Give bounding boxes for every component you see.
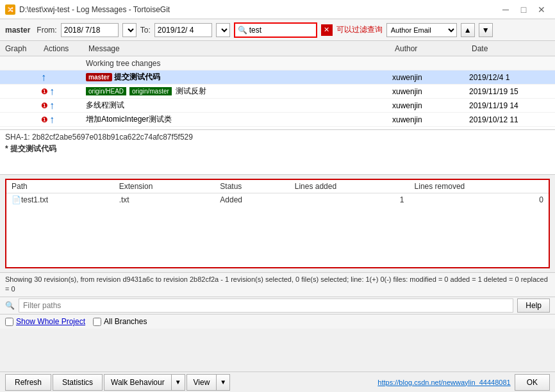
minimize-button[interactable]: ─: [497, 3, 514, 17]
from-label: From:: [37, 26, 56, 35]
filter-paths-row: 🔍 Help: [0, 297, 555, 314]
walk-behaviour-arrow[interactable]: ▼: [171, 374, 185, 391]
commit-message-4: 多线程测试: [86, 100, 124, 111]
bottom-bar: Refresh Statistics Walk Behaviour ▼ View…: [0, 372, 555, 392]
td-status: Added: [215, 193, 289, 207]
bottom-bar-left: Refresh Statistics Walk Behaviour ▼ View…: [5, 374, 230, 391]
from-date-input[interactable]: [61, 23, 119, 37]
log-row-5[interactable]: ❶ ↑ 增加AtomicInteger测试类 xuwenjin 2019/10/…: [0, 113, 555, 127]
commit-message-bold: 提交测试代码: [114, 72, 160, 83]
cell-message-3: origin/HEAD origin/master 测试反射: [86, 86, 392, 97]
warn-icon-3: ❶: [41, 115, 48, 124]
filter-paths-input[interactable]: [19, 298, 513, 313]
log-row-selected[interactable]: ↑ master 提交测试代码 xuwenjin 2019/12/4 1: [0, 70, 555, 85]
status-bar: Showing 30 revision(s), from revision d9…: [0, 272, 555, 297]
clear-search-button[interactable]: ✕: [321, 24, 333, 36]
col-header-message: Message: [86, 44, 392, 53]
th-extension: Extension: [114, 180, 215, 193]
cell-message: Working tree changes: [86, 59, 392, 68]
commit-msg: * 提交测试代码: [5, 143, 550, 154]
status-text: Showing 30 revision(s), from revision d9…: [5, 275, 548, 293]
log-row-3[interactable]: ❶ ↑ origin/HEAD origin/master 测试反射 xuwen…: [0, 85, 555, 99]
col-header-date: Date: [469, 44, 552, 53]
td-lines-removed: 0: [410, 193, 549, 207]
th-lines-added: Lines added: [290, 180, 410, 193]
refresh-button[interactable]: Refresh: [5, 374, 51, 391]
th-lines-removed: Lines removed: [410, 180, 549, 193]
author-dropdown-wrap: Author Email: [386, 23, 457, 37]
cell-author-2: xuwenjin: [392, 73, 469, 82]
warn-icon: ❶: [41, 87, 48, 96]
warn-icon-2: ❶: [41, 101, 48, 110]
branch-label: master: [5, 26, 30, 35]
statistics-button[interactable]: Statistics: [53, 374, 103, 391]
window-title: D:\test\xwj-test - Log Messages - Tortoi…: [19, 5, 170, 14]
all-branches-text: All Branches: [104, 317, 147, 326]
log-list[interactable]: Working tree changes ↑ master 提交测试代码 xuw…: [0, 56, 555, 130]
cell-date-5: 2019/10/12 11: [469, 115, 552, 124]
sha-area: SHA-1: 2b82cf2abe5697e018b91ca622c74afc8…: [0, 130, 555, 175]
walk-behaviour-button[interactable]: Walk Behaviour: [104, 374, 171, 391]
bottom-bar-right: https://blog.csdn.net/newwaylin_44448081…: [377, 374, 550, 391]
from-dropdown[interactable]: [122, 23, 137, 37]
url-link[interactable]: https://blog.csdn.net/newwaylin_44448081: [377, 379, 510, 386]
filter-search-icon: 🔍: [5, 301, 15, 310]
window-controls: ─ □ ✕: [497, 3, 550, 17]
view-button[interactable]: View: [186, 374, 217, 391]
app-icon: 🔀: [5, 4, 15, 15]
td-path: 📄test1.txt: [6, 193, 114, 207]
all-branches-checkbox[interactable]: [93, 318, 101, 326]
close-button[interactable]: ✕: [533, 3, 550, 17]
push-icon-3: ↑: [49, 100, 54, 111]
search-input[interactable]: [249, 26, 313, 35]
tag-master: master: [86, 73, 112, 81]
cell-author-4: xuwenjin: [392, 101, 469, 110]
cell-date-2: 2019/12/4 1: [469, 73, 552, 82]
file-icon: 📄: [12, 195, 21, 204]
search-icon: 🔍: [238, 26, 247, 35]
show-whole-project-label[interactable]: Show Whole Project: [5, 317, 85, 326]
commit-message-3: 测试反射: [176, 86, 206, 97]
to-date-input[interactable]: [154, 23, 212, 37]
cell-actions-4: ❶ ↑: [41, 100, 86, 111]
th-status: Status: [215, 180, 289, 193]
help-button[interactable]: Help: [517, 298, 550, 313]
working-tree-label: Working tree changes: [86, 59, 161, 68]
cell-message-5: 增加AtomicInteger测试类: [86, 114, 392, 125]
cell-date-4: 2019/11/19 14: [469, 101, 552, 110]
col-header-author: Author: [392, 44, 469, 53]
view-arrow[interactable]: ▼: [216, 374, 230, 391]
walk-behaviour-split: Walk Behaviour ▼: [104, 374, 185, 391]
show-whole-project-link[interactable]: Show Whole Project: [16, 317, 85, 326]
log-row-working-tree[interactable]: Working tree changes: [0, 56, 555, 70]
maximize-button[interactable]: □: [515, 3, 532, 17]
author-dropdown[interactable]: Author Email: [386, 23, 457, 37]
push-icon-2: ↑: [49, 86, 54, 97]
view-split: View ▼: [186, 374, 231, 391]
cell-actions-2: ↑: [41, 72, 86, 83]
nav-up-button[interactable]: ▲: [461, 23, 475, 37]
file-table-container[interactable]: Path Extension Status Lines added Lines …: [5, 179, 550, 268]
cell-message-2: master 提交测试代码: [86, 72, 392, 83]
cell-author-3: xuwenjin: [392, 87, 469, 96]
commit-message-5: 增加AtomicInteger测试类: [86, 114, 172, 125]
to-label: To:: [140, 26, 151, 35]
show-whole-project-checkbox[interactable]: [5, 318, 13, 326]
cell-date-3: 2019/11/19 15: [469, 87, 552, 96]
cell-actions-5: ❶ ↑: [41, 114, 86, 126]
log-row-4[interactable]: ❶ ↑ 多线程测试 xuwenjin 2019/11/19 14: [0, 99, 555, 113]
cell-message-4: 多线程测试: [86, 100, 392, 111]
to-dropdown[interactable]: [216, 23, 230, 37]
cell-author-5: xuwenjin: [392, 115, 469, 124]
filter-hint: 可以过滤查询: [336, 24, 383, 35]
push-icon: ↑: [41, 72, 46, 83]
nav-down-button[interactable]: ▼: [479, 23, 493, 37]
th-path: Path: [6, 180, 114, 193]
table-row[interactable]: 📄test1.txt .txt Added 1 0: [6, 193, 549, 207]
all-branches-label[interactable]: All Branches: [93, 317, 147, 326]
tag-origin-head: origin/HEAD: [86, 87, 126, 95]
col-header-graph: Graph: [3, 44, 41, 53]
cell-actions-3: ❶ ↑: [41, 86, 86, 97]
ok-button[interactable]: OK: [515, 374, 550, 391]
toolbar: master From: To: 🔍 ✕ 可以过滤查询 Author Email…: [0, 19, 555, 41]
